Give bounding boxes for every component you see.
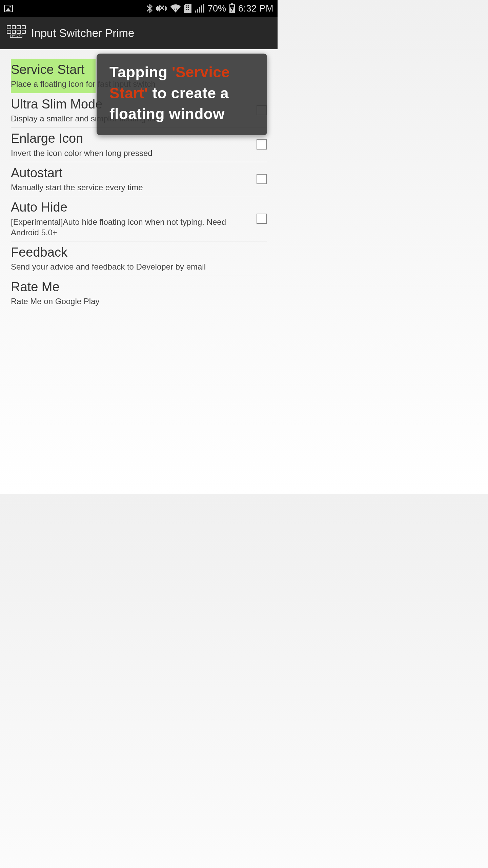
row-subtitle: Manually start the service every time [11, 182, 267, 193]
signal-icon [195, 4, 204, 13]
instruction-tooltip: Tapping 'Service Start' to create a floa… [97, 54, 267, 135]
row-title: Feedback [11, 244, 267, 261]
tooltip-pre: Tapping [109, 64, 172, 80]
status-bar: 70% 6:32 PM [0, 0, 278, 17]
row-subtitle: [Experimental]Auto hide floating icon wh… [11, 217, 267, 238]
app-title: Input Switcher Prime [31, 27, 134, 40]
checkbox[interactable] [257, 214, 267, 224]
clock: 6:32 PM [238, 3, 273, 14]
settings-row-feedback[interactable]: FeedbackSend your advice and feedback to… [11, 241, 267, 276]
app-bar: PRIME Input Switcher Prime [0, 17, 278, 49]
row-title: Autostart [11, 165, 267, 181]
row-title: Auto Hide [11, 199, 267, 216]
vibrate-mute-icon [156, 4, 167, 13]
row-title: Rate Me [11, 279, 267, 295]
checkbox[interactable] [257, 174, 267, 184]
settings-row-rate-me[interactable]: Rate MeRate Me on Google Play [11, 276, 267, 310]
wifi-icon [170, 4, 181, 13]
checkbox[interactable] [257, 139, 267, 150]
picture-icon [4, 5, 13, 12]
battery-charging-icon [229, 4, 235, 13]
app-icon: PRIME [7, 25, 26, 41]
battery-percent: 70% [208, 3, 226, 14]
row-subtitle: Rate Me on Google Play [11, 296, 267, 307]
row-subtitle: Invert the icon color when long pressed [11, 148, 267, 158]
sim-icon [184, 4, 191, 13]
settings-row-auto-hide[interactable]: Auto Hide[Experimental]Auto hide floatin… [11, 196, 267, 241]
row-subtitle: Send your advice and feedback to Develop… [11, 261, 267, 272]
settings-row-autostart[interactable]: AutostartManually start the service ever… [11, 162, 267, 196]
bluetooth-icon [147, 4, 153, 13]
